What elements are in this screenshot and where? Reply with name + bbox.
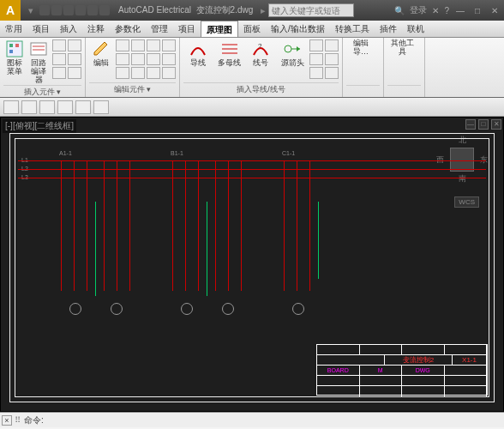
circuit-builder-button[interactable]: 回路编译器 — [28, 39, 51, 85]
branch-a3 — [87, 160, 87, 291]
sm-edit-1[interactable] — [116, 39, 129, 51]
sm-wire-2[interactable] — [325, 39, 339, 51]
tab-convert[interactable]: 转换工具 — [330, 21, 375, 37]
search-icon[interactable]: 🔍 — [394, 6, 405, 15]
sm-btn-3[interactable] — [52, 53, 66, 65]
tab-home[interactable]: 常用 — [0, 21, 27, 37]
tab-annotate[interactable]: 注释 — [82, 21, 110, 37]
sm-wire-5[interactable] — [309, 67, 323, 79]
qtb-undo-icon[interactable] — [39, 100, 55, 114]
qat-print-icon[interactable] — [99, 5, 110, 15]
sm-edit-7[interactable] — [147, 53, 160, 65]
app-logo[interactable]: A — [0, 0, 21, 21]
sm-btn-6[interactable] — [68, 67, 81, 79]
help-icon[interactable]: ? — [444, 6, 449, 15]
sm-edit-4[interactable] — [162, 39, 176, 51]
app-menu-chevron[interactable]: ▾ — [28, 5, 33, 16]
multibus-button[interactable]: 多母线 — [215, 39, 244, 68]
qat-open-icon[interactable] — [51, 5, 62, 15]
other-tools-button[interactable]: 其他工具 — [387, 39, 417, 57]
close-button[interactable]: ✕ — [489, 6, 501, 15]
bus-l2 — [18, 169, 486, 170]
panel-label-wires[interactable]: 插入导线/线号 — [183, 82, 339, 95]
sm-btn-2[interactable] — [68, 39, 81, 51]
app-title: AutoCAD Electrical 变流控制2.dwg — [118, 4, 253, 16]
tb-cell-4 — [445, 345, 488, 354]
tab-parametric[interactable]: 参数化 — [110, 21, 146, 37]
qtb-pan-icon[interactable] — [75, 100, 91, 114]
tab-addins[interactable]: 插件 — [375, 21, 402, 37]
tab-schematic[interactable]: 原理图 — [201, 21, 238, 37]
tab-online[interactable]: 联机 — [402, 21, 429, 37]
sm-btn-1[interactable] — [52, 39, 66, 51]
qat-redo-icon[interactable] — [87, 5, 98, 15]
qtb-save-icon[interactable] — [21, 100, 37, 114]
sm-wire-1[interactable] — [309, 39, 323, 51]
tb-r4c3 — [402, 376, 445, 385]
sm-wire-4[interactable] — [325, 53, 339, 65]
cmd-handle-icon[interactable]: ⠿ — [15, 415, 21, 425]
vp-close-icon[interactable]: ✕ — [491, 119, 501, 130]
panel-other-tools: 其他工具 — [384, 38, 425, 97]
qat-undo-icon[interactable] — [75, 5, 86, 15]
panel-insert-wires: 导线 多母线 ?线号 源箭头 插入导线/线号 — [180, 38, 343, 97]
tb-r3c4 — [445, 366, 488, 375]
bus-l1 — [18, 160, 486, 161]
sm-edit-2[interactable] — [131, 39, 145, 51]
svg-rect-1 — [9, 44, 13, 47]
sm-edit-12[interactable] — [162, 67, 176, 79]
qtb-layers-icon[interactable] — [3, 100, 19, 114]
branch-label-c: C1-1 — [282, 150, 295, 156]
edit-button[interactable]: 编辑 — [89, 39, 113, 68]
vp-minimize-icon[interactable]: — — [465, 119, 476, 130]
sm-edit-9[interactable] — [116, 67, 129, 79]
login-link[interactable]: 登录 — [410, 4, 427, 16]
drawing-area[interactable]: [-][俯视][二维线框] — □ ✕ 北 西 东 南 WCS L1 L2 L3… — [0, 117, 504, 412]
tab-manage[interactable]: 管理 — [146, 21, 173, 37]
branch-b2 — [185, 160, 186, 291]
sm-edit-8[interactable] — [162, 53, 176, 65]
vp-maximize-icon[interactable]: □ — [478, 119, 489, 130]
doc-chevron-icon[interactable]: ▸ — [261, 5, 266, 16]
exchange-icon[interactable]: ✕ — [432, 6, 439, 15]
sm-btn-5[interactable] — [52, 67, 66, 79]
qat-new-icon[interactable] — [39, 5, 50, 15]
tab-project2[interactable]: 项目 — [173, 21, 201, 37]
maximize-button[interactable]: □ — [471, 6, 483, 15]
sm-edit-10[interactable] — [131, 67, 145, 79]
wire-small-buttons — [309, 39, 339, 79]
sm-edit-11[interactable] — [147, 67, 160, 79]
help-search-input[interactable] — [268, 3, 354, 17]
command-line[interactable]: × ⠿ 命令: — [0, 412, 504, 427]
panel-label-edit[interactable]: 编辑元件 ▾ — [89, 82, 176, 95]
pencil-icon — [92, 39, 111, 58]
tab-panel[interactable]: 面板 — [238, 21, 266, 37]
wire-button[interactable]: 导线 — [183, 39, 213, 68]
sm-wire-3[interactable] — [309, 53, 323, 65]
tab-insert[interactable]: 插入 — [55, 21, 82, 37]
cmd-close-icon[interactable]: × — [2, 415, 12, 426]
drawing-canvas[interactable]: L1 L2 L3 A1-1 B1-1 C1-1 — [9, 133, 495, 402]
tab-project[interactable]: 项目 — [27, 21, 55, 37]
tb-r3c3: DWG — [402, 366, 445, 375]
minimize-button[interactable]: — — [454, 6, 466, 15]
panel-label-insert[interactable]: 插入元件 ▾ — [3, 85, 81, 98]
wirenumber-icon: ? — [251, 39, 270, 58]
sm-edit-3[interactable] — [147, 39, 160, 51]
wirenumber-button[interactable]: ?线号 — [247, 39, 276, 68]
branch-label-b: B1-1 — [171, 150, 183, 156]
sm-edit-5[interactable] — [116, 53, 129, 65]
branch-b5 — [228, 160, 229, 291]
icon-menu-button[interactable]: 图标菜单 — [3, 39, 26, 76]
edit-wire-button[interactable]: 编辑导… — [346, 39, 375, 57]
sm-btn-4[interactable] — [68, 53, 81, 65]
source-arrow-button[interactable]: 源箭头 — [278, 39, 307, 68]
qtb-redo-icon[interactable] — [57, 100, 73, 114]
sm-edit-6[interactable] — [131, 53, 145, 65]
viewport-label[interactable]: [-][俯视][二维线框] — [3, 119, 76, 133]
quick-access-toolbar — [39, 5, 110, 15]
tab-io[interactable]: 输入/输出数据 — [266, 21, 330, 37]
qat-save-icon[interactable] — [63, 5, 74, 15]
sm-wire-6[interactable] — [325, 67, 339, 79]
qtb-zoom-icon[interactable] — [93, 100, 109, 114]
